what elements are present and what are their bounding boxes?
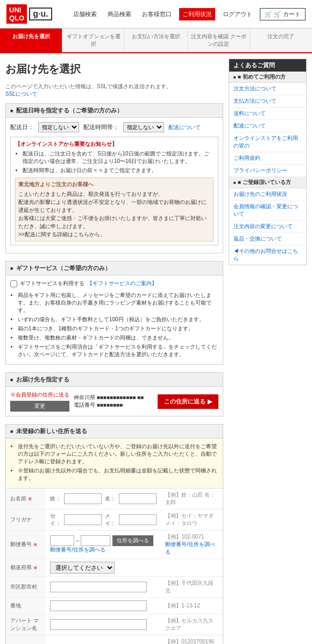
apartment-label: アパート マンション名: [6, 614, 46, 635]
step-1-delivery: お届け先を選択: [0, 29, 62, 52]
nav-usage-status[interactable]: ご利用状況: [179, 8, 215, 20]
postal-example: 【例】102-0071 郵便番号/住所を調べる: [161, 530, 223, 559]
gift-note-4: 複数受け、複数枚の素材・ギフトカードの同梱は、できません。: [18, 334, 218, 342]
gift-info-link[interactable]: 【ギフトサービスのご案内】: [87, 280, 157, 287]
online-notice-title: 【オンラインストアから重要なお知らせ】: [15, 140, 214, 148]
faq-item-return[interactable]: 返品・交換について: [229, 233, 306, 245]
new-address-form: お名前 ※ 姓： 名： 【例】姓：山田 名：太郎: [6, 489, 223, 644]
gift-note-3: 箱の1本につき、1種類のギフトカード・1つのギフトカードになります。: [18, 325, 218, 332]
first-name-input[interactable]: [119, 493, 157, 504]
first-name-kana-label: メイ：: [105, 512, 116, 527]
postal-search-link[interactable]: 郵便番号/住所を調べる: [50, 547, 105, 553]
registered-address-label: ※会員登録の住所に送る: [10, 391, 69, 399]
delivery-date-select[interactable]: 指定しない: [38, 122, 79, 132]
gift-notes: 商品をギフト用に包装し、メッセージをご希望のカードに添えてお届けいたします。また…: [10, 292, 218, 358]
address-section-header: お届け先を指定する: [6, 373, 223, 387]
apartment-input[interactable]: [50, 619, 147, 630]
new-address-note: 送付先をご選択いただいたいていない方や、ご登録のお届け先以外に送付をご希望の方は…: [6, 438, 223, 489]
regional-notice: 東北地方よりご注文のお客様へ こえいただきました商品は、順次発送を行っております…: [15, 178, 214, 242]
cart-button[interactable]: 🛒 🛒 カート: [260, 8, 306, 20]
step-4-confirm: 注文内容を確認 クーポンの設定: [188, 29, 250, 52]
address-info: 神奈川県 ■■■■■■■■■■■■ ■■ 電話番号 ■■■■■■■■: [74, 394, 153, 409]
faq-item-order-status[interactable]: お届け先のご利用状況: [229, 188, 306, 201]
new-address-note-2: ※登録のお届け先以外の場合でも、お支払明細書は金額を記載した状態で同梱されます。: [18, 467, 218, 482]
faq-item-online-usage[interactable]: オンラインストアをご利用の皆の: [229, 132, 306, 152]
logo-area: UNIQLO g·u.: [6, 4, 52, 24]
street-label: 番地: [6, 598, 46, 614]
nav-product-search[interactable]: 商品検索: [104, 8, 134, 20]
delivery-info-link[interactable]: 配送について: [168, 124, 201, 131]
member-section-title: ■ ご登録頂いている方: [229, 177, 306, 188]
postal-fields-container: - 住所を調べる: [50, 535, 157, 546]
faq-item-terms[interactable]: ご利用規約: [229, 152, 306, 165]
faq-item-delivery[interactable]: 配達について: [229, 120, 306, 132]
delivery-date-body: 配送日： 指定しない 配送時間帯： 指定しない 配送について 【オンラインストア…: [6, 118, 223, 253]
prefecture-select-cell: 選択してください: [46, 559, 161, 577]
postal-separator: -: [76, 537, 79, 544]
postal-example-link[interactable]: 郵便番号/住所を調べる: [165, 541, 215, 555]
send-to-registered-button[interactable]: この住所に送る ▶: [158, 394, 218, 409]
last-name-kana-input[interactable]: [64, 514, 102, 525]
delivery-date-row: 配送日： 指定しない 配送時間帯： 指定しない 配送について: [10, 122, 218, 132]
street-example: 【例】1-13-12: [161, 598, 223, 614]
postal-code-1-input[interactable]: [50, 535, 74, 546]
change-address-button[interactable]: 変更: [10, 401, 69, 412]
gu-logo: g·u.: [29, 8, 52, 20]
delivery-time-select[interactable]: 指定しない: [123, 122, 164, 132]
checkout-steps: お届け先を選択 ギフトオプションを選択 お支払い方法を選択 注文内容を確認 クー…: [0, 29, 312, 53]
phone-example: 【例】01201700196 固定電話がない場合は、携帯電話番号を入力: [161, 635, 223, 645]
first-name-label: 名：: [105, 495, 116, 503]
nav-customer-service[interactable]: お客様窓口: [139, 8, 175, 20]
first-name-kana-input[interactable]: [119, 514, 157, 525]
postal-label: 郵便番号 ※: [6, 530, 46, 559]
last-name-input[interactable]: [64, 493, 102, 504]
gift-header: ギフトサービス（ご希望の方のみ）: [6, 261, 223, 275]
new-address-section: 未登録の新しい住所を送る 送付先をご選択いただいたいていない方や、ご登録のお届け…: [5, 424, 223, 644]
furigana-label: フリガナ: [6, 509, 46, 530]
faq-item-member-info[interactable]: 会員情報の確認・変更について: [229, 201, 306, 221]
city-input[interactable]: [50, 582, 147, 592]
postal-link-row: 郵便番号/住所を調べる: [50, 546, 157, 554]
uniqlo-logo: UNIQLO: [6, 4, 27, 24]
form-row-apartment: アパート マンション名 【例】セルカス九スクエア: [6, 614, 223, 635]
gift-notes-list: 商品をギフト用に包装し、メッセージをご希望のカードに添えてお届けいたします。また…: [10, 292, 218, 358]
header: UNIQLO g·u. 店舗検索 商品検索 お客様窓口 ご利用状況 ログアウト …: [0, 0, 312, 29]
registered-address-row: ※会員登録の住所に送る 変更 神奈川県 ■■■■■■■■■■■■ ■■ 電話番号…: [6, 387, 223, 416]
apartment-input-cell: [46, 614, 161, 635]
nav-store-search[interactable]: 店舗検索: [70, 8, 100, 20]
prefecture-required: ※: [33, 565, 38, 570]
page-title: お届け先を選択 このページで入力いただいた情報は、SSLで保護され送信されます。…: [5, 59, 223, 98]
prefecture-label: 都道府県 ※: [6, 559, 46, 577]
address-section: お届け先を指定する ※会員登録の住所に送る 変更 神奈川県 ■■■■■■■■■■…: [5, 372, 223, 416]
gift-checkbox-label: ギフトサービスを利用する: [20, 280, 84, 287]
new-address-note-list: 送付先をご選択いただいたいていない方や、ご登録のお届け先以外に送付をご希望の方は…: [10, 443, 218, 482]
form-row-city: 市区郡市村 【例】千代田区九段北: [6, 577, 223, 598]
address-text: 神奈川県 ■■■■■■■■■■■■ ■■: [74, 394, 153, 401]
prefecture-select[interactable]: 選択してください: [50, 562, 115, 574]
header-nav: 店舗検索 商品検索 お客様窓口 ご利用状況 ログアウト 🛒 🛒 カート: [70, 8, 306, 20]
sidebar: よくあるご質問 ■ 初めてご利用の方 注文方法について 支払方法について 送料に…: [229, 59, 307, 644]
first-time-section-title: ■ 初めてご利用の方: [229, 72, 306, 83]
form-row-name: お名前 ※ 姓： 名： 【例】姓：山田 名：太郎: [6, 489, 223, 509]
notice-item-1: 配送日は、ご注文日を含めて、5日後から10日後の範囲でご指定頂けます。ご指定のな…: [23, 150, 214, 165]
other-inquiry-link[interactable]: ◀その他のお問合せはこちら: [229, 245, 306, 265]
faq-item-order-change[interactable]: 注文内容の変更について: [229, 221, 306, 233]
step-2-gift: ギフトオプションを選択: [62, 29, 125, 52]
ssl-link[interactable]: SSLについて: [5, 91, 37, 97]
faq-item-shipping-cost[interactable]: 送料について: [229, 108, 306, 120]
postal-search-button[interactable]: 住所を調べる: [112, 535, 153, 546]
gift-checkbox[interactable]: [10, 280, 17, 287]
faq-item-payment[interactable]: 支払方法について: [229, 95, 306, 108]
gift-checkbox-row: ギフトサービスを利用する 【ギフトサービスのご案内】: [10, 280, 218, 287]
street-input[interactable]: [50, 600, 147, 611]
postal-code-2-input[interactable]: [81, 535, 110, 546]
faq-box: よくあるご質問 ■ 初めてご利用の方 注文方法について 支払方法について 送料に…: [229, 59, 307, 265]
faq-item-privacy[interactable]: プライバシーポリシー: [229, 165, 306, 177]
last-name-kana-label: セイ：: [50, 512, 61, 527]
form-row-furigana: フリガナ セイ： メイ： 【例】セイ：ヤマダ メイ：タロウ: [6, 509, 223, 530]
faq-item-order[interactable]: 注文方法について: [229, 83, 306, 95]
nav-logout[interactable]: ログアウト: [219, 8, 256, 20]
phone-text: 電話番号 ■■■■■■■■: [74, 401, 153, 409]
last-name-label: 姓：: [50, 495, 61, 503]
form-row-postal: 郵便番号 ※ - 住所を調べる 郵便番号/住所を調べる: [6, 530, 223, 559]
